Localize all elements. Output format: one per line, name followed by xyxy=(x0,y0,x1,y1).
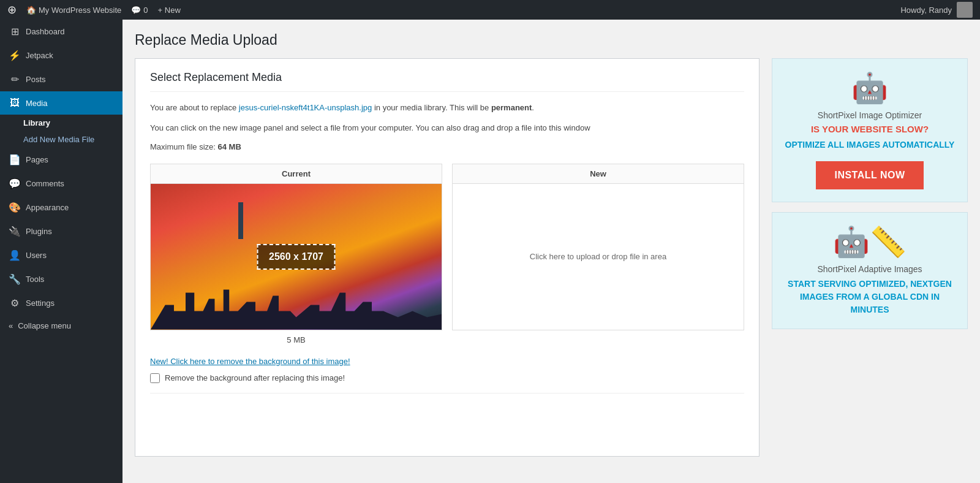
upload-drop-area[interactable]: Click here to upload or drop file in are… xyxy=(452,183,744,330)
adminbar-site[interactable]: 🏠 My WordPress Website xyxy=(26,6,121,15)
ad-card-1: 🤖 ShortPixel Image Optimizer IS YOUR WEB… xyxy=(772,58,968,202)
ad2-start: START SERVING OPTIMIZED, NEXTGEN IMAGES … xyxy=(782,278,957,316)
desc-end: . xyxy=(532,103,534,112)
sidebar-item-dashboard[interactable]: ⊞ Dashboard xyxy=(0,20,123,44)
file-size-label: Maximum file size: xyxy=(150,142,216,151)
new-label: New xyxy=(452,164,744,183)
ad1-slow: IS YOUR WEBSITE SLOW? xyxy=(782,124,957,134)
admin-bar: ⊕ 🏠 My WordPress Website 💬 0 + New Howdy… xyxy=(0,0,980,20)
desc-post: in your media library. This will be xyxy=(372,103,491,112)
home-icon: 🏠 xyxy=(26,6,36,15)
ad1-title: ShortPixel Image Optimizer xyxy=(782,110,957,120)
jetpack-icon: ⚡ xyxy=(9,50,21,61)
city-silhouette xyxy=(151,281,442,330)
adminbar-new[interactable]: + New xyxy=(158,6,181,15)
sidebar-item-jetpack[interactable]: ⚡ Jetpack xyxy=(0,44,123,67)
main-content: Replace Media Upload Select Replacement … xyxy=(123,20,980,483)
sidebar-item-plugins[interactable]: 🔌 Plugins xyxy=(0,219,123,243)
ad-card-2: 🤖📏 ShortPixel Adaptive Images START SERV… xyxy=(772,212,968,329)
remove-bg-checkbox[interactable] xyxy=(150,373,160,383)
library-label: Library xyxy=(23,118,50,127)
sidebar-item-label: Comments xyxy=(26,179,64,188)
image-size-label: 5 MB xyxy=(150,335,442,344)
posts-icon: ✏ xyxy=(9,74,21,85)
add-new-label: Add New Media File xyxy=(23,135,94,144)
sidebar-item-appearance[interactable]: 🎨 Appearance xyxy=(0,196,123,219)
adminbar-right: Howdy, Randy xyxy=(900,2,973,18)
section-title: Select Replacement Media xyxy=(150,71,744,92)
sidebar: ⊞ Dashboard ⚡ Jetpack ✏ Posts 🖼 Media Li… xyxy=(0,20,123,483)
content-area: Select Replacement Media You are about t… xyxy=(135,58,968,457)
current-image-box[interactable]: 2560 x 1707 xyxy=(150,183,442,330)
sidebar-item-settings[interactable]: ⚙ Settings xyxy=(0,291,123,315)
media-icon: 🖼 xyxy=(9,97,21,108)
wp-logo[interactable]: ⊕ xyxy=(7,3,17,17)
comments-icon: 💬 xyxy=(9,178,21,189)
pages-icon: 📄 xyxy=(9,154,21,165)
plugins-icon: 🔌 xyxy=(9,226,21,237)
current-image-bg: 2560 x 1707 xyxy=(151,184,442,330)
sidebar-item-label: Users xyxy=(26,251,47,260)
filename-link[interactable]: jesus-curiel-nskeft4t1KA-unsplash.jpg xyxy=(239,103,372,112)
new-image-panel: New Click here to upload or drop file in… xyxy=(452,164,744,344)
remove-bg-link[interactable]: New! Click here to remove the background… xyxy=(150,357,744,366)
dimension-badge: 2560 x 1707 xyxy=(257,244,336,270)
sidebar-item-label: Media xyxy=(26,99,47,108)
sidebar-item-label: Tools xyxy=(26,275,44,284)
settings-icon: ⚙ xyxy=(9,297,21,309)
sidebar-item-posts[interactable]: ✏ Posts xyxy=(0,67,123,91)
crane-element xyxy=(238,202,243,239)
site-name: My WordPress Website xyxy=(39,6,121,15)
file-size-info: Maximum file size: 64 MB xyxy=(150,142,744,151)
sidebar-subitem-add-new[interactable]: Add New Media File xyxy=(0,131,123,148)
sidebar-item-label: Appearance xyxy=(26,203,69,212)
divider xyxy=(150,393,744,394)
image-panels: Current 2560 x 1707 5 MB New xyxy=(150,164,744,344)
appearance-icon: 🎨 xyxy=(9,202,21,213)
comments-icon: 💬 xyxy=(131,6,141,15)
sidebar-item-label: Settings xyxy=(26,299,55,308)
file-size-value: 64 MB xyxy=(218,142,241,151)
robot-icon-1: 🤖 xyxy=(782,71,957,105)
new-label: + New xyxy=(158,6,181,15)
page-title: Replace Media Upload xyxy=(135,32,968,48)
sidebar-item-label: Pages xyxy=(26,155,48,164)
upload-hint: Click here to upload or drop file in are… xyxy=(530,252,666,261)
avatar[interactable] xyxy=(957,2,973,18)
ad2-title: ShortPixel Adaptive Images xyxy=(782,264,957,274)
sidebar-item-pages[interactable]: 📄 Pages xyxy=(0,148,123,172)
sidebar-item-label: Posts xyxy=(26,75,46,84)
remove-bg-checkbox-label: Remove the background after replacing th… xyxy=(165,373,345,382)
users-icon: 👤 xyxy=(9,249,21,261)
sidebar-item-label: Plugins xyxy=(26,227,52,236)
current-label: Current xyxy=(150,164,442,183)
desc-pre: You are about to replace xyxy=(150,103,239,112)
sidebar-item-media[interactable]: 🖼 Media xyxy=(0,91,123,115)
sidebar-item-tools[interactable]: 🔧 Tools xyxy=(0,267,123,291)
remove-bg-checkbox-row: Remove the background after replacing th… xyxy=(150,373,744,383)
ad1-optimize: OPTIMIZE ALL IMAGES AUTOMATICALLY xyxy=(782,139,957,151)
collapse-label: Collapse menu xyxy=(18,321,71,330)
collapse-menu[interactable]: « Collapse menu xyxy=(0,315,123,337)
robot-icon-2: 🤖📏 xyxy=(782,225,957,259)
main-card: Select Replacement Media You are about t… xyxy=(135,58,760,457)
sidebar-item-comments[interactable]: 💬 Comments xyxy=(0,172,123,196)
collapse-icon: « xyxy=(9,321,13,330)
page-wrapper: ⊞ Dashboard ⚡ Jetpack ✏ Posts 🖼 Media Li… xyxy=(0,0,980,483)
adminbar-comments[interactable]: 💬 0 xyxy=(131,6,148,15)
current-image-panel: Current 2560 x 1707 5 MB xyxy=(150,164,442,344)
sidebar-item-label: Jetpack xyxy=(26,51,53,60)
permanent-text: permanent xyxy=(491,103,532,112)
comments-count: 0 xyxy=(143,6,148,15)
tools-icon: 🔧 xyxy=(9,273,21,285)
dashboard-icon: ⊞ xyxy=(9,26,21,37)
howdy-text: Howdy, Randy xyxy=(900,6,952,15)
description-2: You can click on the new image panel and… xyxy=(150,122,744,135)
sidebar-item-label: Dashboard xyxy=(26,27,65,36)
ad-sidebar: 🤖 ShortPixel Image Optimizer IS YOUR WEB… xyxy=(772,58,968,329)
description-1: You are about to replace jesus-curiel-ns… xyxy=(150,102,744,115)
sidebar-item-users[interactable]: 👤 Users xyxy=(0,243,123,267)
install-now-button[interactable]: INSTALL NOW xyxy=(816,161,923,189)
sidebar-subitem-library[interactable]: Library xyxy=(0,115,123,131)
